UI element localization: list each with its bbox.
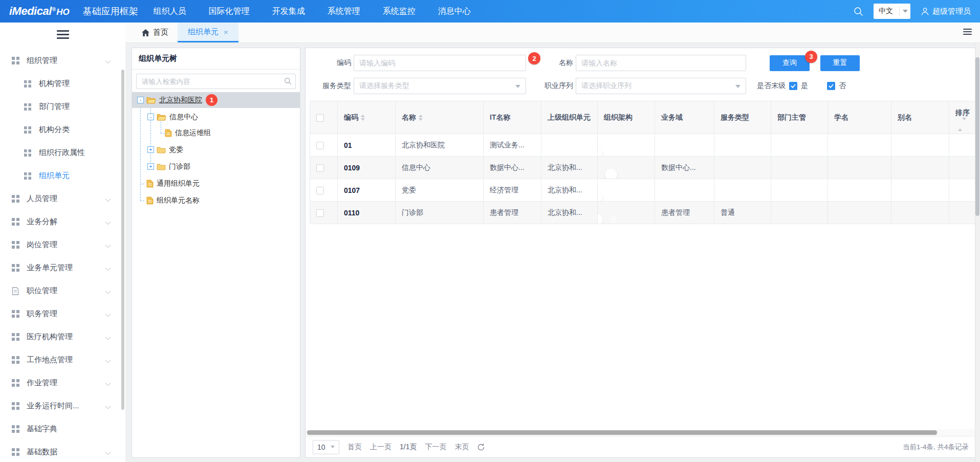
tab-home[interactable]: 首页 — [133, 23, 178, 42]
logo-text: iMedical — [9, 5, 52, 18]
sidebar-item-department-mgmt[interactable]: 部门管理 — [0, 95, 125, 118]
sidebar-item-basic-dictionary[interactable]: 基础字典 — [0, 417, 125, 441]
refresh-icon[interactable] — [477, 443, 485, 451]
row-checkbox[interactable] — [316, 187, 324, 194]
cell-formal-name — [828, 157, 891, 179]
expand-icon[interactable]: + — [147, 163, 154, 170]
window-scrollbar[interactable] — [975, 43, 980, 462]
sidebar-item-institution-category[interactable]: 机构分类 — [0, 118, 125, 141]
tree-node-generic-org-unit[interactable]: 通用组织单元 — [132, 175, 300, 191]
sidebar-item-label: 组织单元 — [39, 171, 70, 181]
row-checkbox[interactable] — [316, 164, 324, 172]
tree-node-info-center[interactable]: - 信息中心 — [132, 109, 300, 125]
sidebar-item-business-runtime[interactable]: 业务运行时间... — [0, 394, 125, 417]
cell-sort — [949, 179, 976, 202]
cell-code: 0107 — [338, 179, 396, 202]
page-size-select[interactable]: 10 — [313, 440, 339, 454]
horizontal-scrollbar-thumb[interactable] — [307, 430, 937, 435]
first-page-link[interactable]: 首页 — [347, 443, 362, 452]
table-row[interactable]: 01 北京协和医院 测试业务... 是 — [310, 134, 976, 157]
tree-panel-title: 组织单元树 — [132, 48, 300, 70]
career-series-select[interactable]: 请选择职业序列 — [576, 78, 746, 94]
sidebar-scrollbar[interactable] — [121, 70, 124, 410]
sidebar-item-institution-mgmt[interactable]: 机构管理 — [0, 72, 125, 95]
sidebar-item-org-mgmt[interactable]: 组织管理 — [0, 49, 125, 72]
sidebar-item-basic-data[interactable]: 基础数据 — [0, 441, 125, 462]
code-input[interactable] — [354, 55, 526, 71]
is-leaf-yes-checkbox[interactable] — [789, 82, 797, 90]
sidebar-item-medical-institution-mgmt[interactable]: 医疗机构管理 — [0, 325, 125, 348]
sidebar-item-business-decompose[interactable]: 业务分解 — [0, 210, 125, 233]
user-icon — [921, 7, 929, 16]
user-menu[interactable]: 超级管理员 — [921, 7, 971, 16]
sidebar-item-post-mgmt[interactable]: 岗位管理 — [0, 233, 125, 256]
grid-icon — [24, 80, 32, 87]
search-icon[interactable] — [284, 77, 292, 87]
nav-item-dev-integration[interactable]: 开发集成 — [272, 6, 305, 17]
window-scrollbar-thumb[interactable] — [975, 57, 979, 216]
last-page-link[interactable]: 末页 — [454, 443, 469, 452]
column-header-code[interactable]: 编码 — [338, 101, 396, 134]
tree-node-party-committee[interactable]: + 党委 — [132, 142, 300, 158]
next-page-link[interactable]: 下一页 — [425, 443, 446, 452]
sort-icon[interactable] — [419, 115, 423, 121]
cell-parent-org — [541, 134, 598, 157]
service-type-select[interactable]: 请选择服务类型 — [354, 78, 526, 94]
chevron-down-icon — [105, 381, 111, 386]
tree-node-org-unit-name[interactable]: 组织单元名称 — [132, 192, 300, 208]
sort-icon[interactable] — [958, 120, 976, 129]
nav-item-org-person[interactable]: 组织人员 — [154, 6, 186, 17]
is-leaf-no-checkbox[interactable] — [827, 82, 835, 90]
tree-node-info-ops-group[interactable]: 信息运维组 — [132, 125, 300, 141]
sidebar-collapse-icon[interactable] — [57, 30, 69, 39]
expand-icon[interactable]: + — [147, 146, 154, 153]
chevron-down-icon — [105, 450, 111, 455]
tree-search-input[interactable] — [136, 74, 296, 89]
sidebar-item-position-mgmt[interactable]: 职位管理 — [0, 279, 125, 302]
search-icon[interactable] — [854, 7, 863, 16]
collapse-icon[interactable]: - — [137, 97, 144, 103]
row-checkbox[interactable] — [316, 209, 324, 217]
sidebar-item-org-admin-attr[interactable]: 组织行政属性 — [0, 141, 125, 164]
reset-button[interactable]: 重置 — [820, 55, 860, 71]
nav-item-system-mgmt[interactable]: 系统管理 — [328, 6, 360, 17]
column-header-name[interactable]: 名称 — [396, 101, 484, 134]
sidebar-item-org-unit[interactable]: 组织单元 — [0, 164, 125, 187]
select-all-checkbox[interactable] — [316, 114, 324, 122]
nav-item-system-monitor[interactable]: 系统监控 — [383, 6, 416, 17]
table-row[interactable]: 0110 门诊部 患者管理 北京协和... 是 患者管理 普通 — [310, 202, 976, 224]
horizontal-scrollbar[interactable] — [306, 429, 976, 436]
name-input[interactable] — [576, 55, 746, 71]
sidebar-item-personnel-mgmt[interactable]: 人员管理 — [0, 187, 125, 210]
tree-search — [136, 74, 296, 89]
cell-dept-manager — [771, 179, 828, 202]
nav-item-message-center[interactable]: 消息中心 — [438, 6, 471, 17]
nav-item-i18n[interactable]: 国际化管理 — [209, 6, 250, 17]
tree-node-root-hospital[interactable]: - 北京协和医院 1 — [132, 92, 300, 108]
collapse-icon[interactable]: - — [147, 114, 154, 120]
table-row[interactable]: 0109 信息中心 数据中心... 北京协和... 否 数据中心... — [310, 157, 976, 179]
cell-parent-org: 北京协和... — [541, 157, 598, 179]
is-leaf-no-label: 否 — [839, 81, 846, 91]
language-select[interactable]: 中文 — [874, 4, 910, 19]
sidebar-item-duty-mgmt[interactable]: 职务管理 — [0, 302, 125, 325]
annotation-marker-1: 1 — [206, 94, 217, 106]
close-icon[interactable]: × — [224, 28, 228, 36]
prev-page-link[interactable]: 上一页 — [370, 443, 391, 452]
tree-node-outpatient-dept[interactable]: + 门诊部 — [132, 159, 300, 174]
sidebar-item-label: 作业管理 — [27, 378, 57, 388]
chevron-down-icon — [105, 196, 111, 202]
tab-list-icon[interactable] — [963, 29, 972, 36]
sidebar-item-job-mgmt[interactable]: 作业管理 — [0, 371, 125, 394]
grid-icon — [24, 172, 32, 180]
cell-dept-manager — [771, 134, 828, 157]
sidebar-item-business-unit-mgmt[interactable]: 业务单元管理 — [0, 256, 125, 279]
search-button[interactable]: 查询 3 — [770, 55, 810, 71]
tab-org-unit[interactable]: 组织单元 × — [178, 23, 238, 42]
row-checkbox[interactable] — [316, 142, 324, 149]
column-header-sort[interactable]: 排序 — [949, 101, 976, 134]
sort-icon[interactable] — [361, 115, 365, 121]
table-row[interactable]: 0107 党委 经济管理 北京协和... 是 — [310, 179, 976, 202]
sidebar-item-workplace-mgmt[interactable]: 工作地点管理 — [0, 348, 125, 371]
sidebar-item-label: 组织行政属性 — [39, 148, 85, 158]
